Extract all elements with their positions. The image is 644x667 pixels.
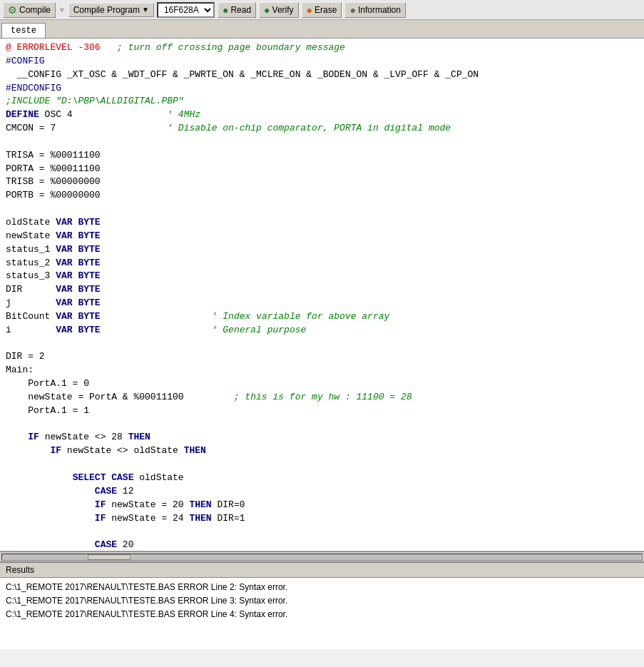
information-label: Information <box>358 5 401 15</box>
verify-icon: ● <box>264 4 270 16</box>
toolbar: ⚙ Compile ▾ Compile Program ▼ 16F628A ● … <box>0 0 644 20</box>
verify-label: Verify <box>272 5 294 15</box>
editor-area[interactable]: @ ERRORLEVEL -306 ; turn off crossing pa… <box>0 39 644 551</box>
result-line-2: C:\1_REMOTE 2017\RENAULT\TESTE.BAS ERROR… <box>6 594 638 608</box>
compile-label: Compile <box>19 5 51 15</box>
erase-button[interactable]: ● Erase <box>302 2 342 18</box>
read-label: Read <box>230 5 251 15</box>
compile-button[interactable]: ⚙ Compile <box>3 2 56 18</box>
results-label: Results <box>6 565 34 575</box>
compile-icon: ⚙ <box>8 4 17 16</box>
scroll-thumb[interactable] <box>88 554 131 560</box>
code-content: @ ERRORLEVEL -306 ; turn off crossing pa… <box>0 39 644 551</box>
compile-program-button[interactable]: Compile Program ▼ <box>68 3 154 17</box>
toolbar-divider-1: ▾ <box>58 3 66 17</box>
horizontal-scrollbar[interactable] <box>0 551 644 561</box>
chip-select[interactable]: 16F628A <box>157 2 215 18</box>
tabbar: teste <box>0 20 644 39</box>
scroll-track[interactable] <box>1 554 643 561</box>
results-panel: Results C:\1_REMOTE 2017\RENAULT\TESTE.B… <box>0 561 644 649</box>
tab-teste[interactable]: teste <box>1 23 46 38</box>
result-line-3: C:\1_REMOTE 2017\RENAULT\TESTE.BAS ERROR… <box>6 608 638 621</box>
erase-icon: ● <box>307 4 312 16</box>
results-header: Results <box>0 563 644 578</box>
verify-button[interactable]: ● Verify <box>259 2 298 18</box>
results-content[interactable]: C:\1_REMOTE 2017\RENAULT\TESTE.BAS ERROR… <box>0 578 644 649</box>
info-icon: ● <box>349 4 355 16</box>
information-button[interactable]: ● Information <box>344 2 406 18</box>
dropdown-arrow: ▼ <box>142 6 149 14</box>
compile-program-label: Compile Program <box>73 5 140 15</box>
result-line-1: C:\1_REMOTE 2017\RENAULT\TESTE.BAS ERROR… <box>6 581 638 594</box>
tab-label: teste <box>11 26 36 36</box>
read-button[interactable]: ● Read <box>218 2 256 18</box>
erase-label: Erase <box>315 5 337 15</box>
read-icon: ● <box>223 4 228 16</box>
